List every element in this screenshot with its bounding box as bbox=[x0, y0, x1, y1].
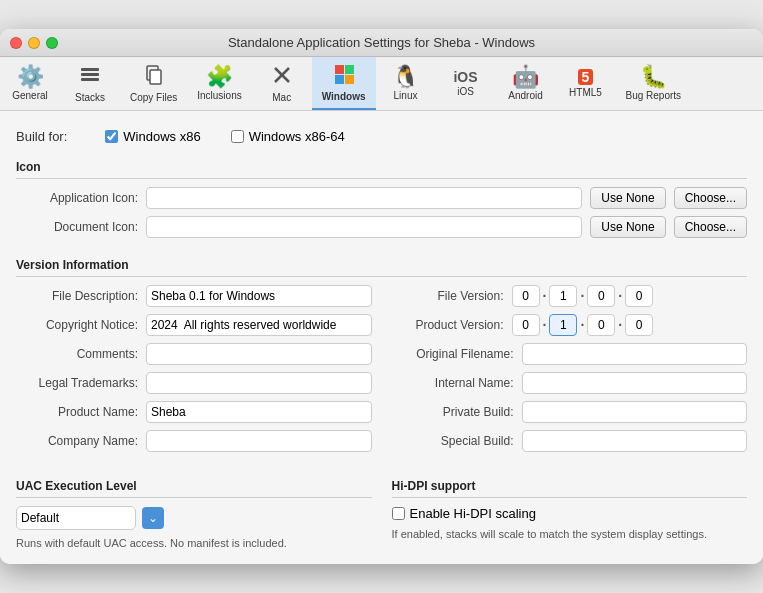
tab-ios[interactable]: iOS iOS bbox=[436, 57, 496, 110]
uac-select[interactable]: Default asInvoker highestAvailable requi… bbox=[16, 506, 136, 530]
tab-android-label: Android bbox=[508, 90, 542, 101]
tab-linux-label: Linux bbox=[394, 90, 418, 101]
build-for-label: Build for: bbox=[16, 129, 67, 144]
inclusions-icon: 🧩 bbox=[206, 66, 233, 88]
uac-helper-text: Runs with default UAC access. No manifes… bbox=[16, 536, 372, 551]
version-section: Version Information File Description: Co… bbox=[16, 252, 747, 459]
file-version-parts: · · · bbox=[512, 285, 654, 307]
file-version-dot-2: · bbox=[580, 288, 584, 304]
uac-section-header: UAC Execution Level bbox=[16, 473, 372, 498]
application-icon-choose[interactable]: Choose... bbox=[674, 187, 747, 209]
file-version-1[interactable] bbox=[549, 285, 577, 307]
file-description-input[interactable] bbox=[146, 285, 372, 307]
product-version-dot-1: · bbox=[543, 317, 547, 333]
application-icon-label: Application Icon: bbox=[16, 191, 146, 205]
minimize-button[interactable] bbox=[28, 37, 40, 49]
file-version-2[interactable] bbox=[587, 285, 615, 307]
product-version-3[interactable] bbox=[625, 314, 653, 336]
copyright-label: Copyright Notice: bbox=[16, 318, 146, 332]
html5-icon: 5 bbox=[578, 69, 594, 85]
hidpi-section: Hi-DPI support Enable Hi-DPI scaling If … bbox=[392, 473, 748, 551]
version-left-col: File Description: Copyright Notice: Comm… bbox=[16, 285, 372, 459]
maximize-button[interactable] bbox=[46, 37, 58, 49]
copy-files-icon bbox=[143, 64, 165, 90]
hidpi-checkbox[interactable] bbox=[392, 507, 405, 520]
comments-row: Comments: bbox=[16, 343, 372, 365]
svg-rect-7 bbox=[335, 65, 344, 74]
comments-input[interactable] bbox=[146, 343, 372, 365]
tab-android[interactable]: 🤖 Android bbox=[496, 57, 556, 110]
window-controls bbox=[10, 37, 58, 49]
company-name-row: Company Name: bbox=[16, 430, 372, 452]
tab-copy-files-label: Copy Files bbox=[130, 92, 177, 103]
company-name-input[interactable] bbox=[146, 430, 372, 452]
linux-icon: 🐧 bbox=[392, 66, 419, 88]
windows-x86-64-checkbox[interactable] bbox=[231, 130, 244, 143]
tab-stacks[interactable]: Stacks bbox=[60, 57, 120, 110]
windows-x86-64-option[interactable]: Windows x86-64 bbox=[231, 129, 345, 144]
android-icon: 🤖 bbox=[512, 66, 539, 88]
uac-select-arrow[interactable]: ⌄ bbox=[142, 507, 164, 529]
document-icon-choose[interactable]: Choose... bbox=[674, 216, 747, 238]
svg-rect-1 bbox=[81, 73, 99, 76]
file-version-dot-1: · bbox=[543, 288, 547, 304]
document-icon-row: Document Icon: Use None Choose... bbox=[16, 216, 747, 238]
product-version-1[interactable] bbox=[549, 314, 577, 336]
bottom-section: UAC Execution Level Default asInvoker hi… bbox=[16, 473, 747, 551]
main-window: Standalone Application Settings for Sheb… bbox=[0, 29, 763, 563]
product-version-2[interactable] bbox=[587, 314, 615, 336]
legal-trademarks-label: Legal Trademarks: bbox=[16, 376, 146, 390]
file-version-0[interactable] bbox=[512, 285, 540, 307]
ios-icon: iOS bbox=[453, 70, 477, 84]
tab-windows[interactable]: Windows bbox=[312, 57, 376, 110]
windows-x86-checkbox[interactable] bbox=[105, 130, 118, 143]
tab-ios-label: iOS bbox=[457, 86, 474, 97]
tab-inclusions[interactable]: 🧩 Inclusions bbox=[187, 57, 251, 110]
product-version-parts: · · · bbox=[512, 314, 654, 336]
document-icon-label: Document Icon: bbox=[16, 220, 146, 234]
application-icon-row: Application Icon: Use None Choose... bbox=[16, 187, 747, 209]
svg-rect-10 bbox=[345, 75, 354, 84]
windows-x86-option[interactable]: Windows x86 bbox=[105, 129, 200, 144]
hidpi-checkbox-row[interactable]: Enable Hi-DPI scaling bbox=[392, 506, 748, 521]
product-name-row: Product Name: bbox=[16, 401, 372, 423]
document-icon-use-none[interactable]: Use None bbox=[590, 216, 665, 238]
version-section-header: Version Information bbox=[16, 252, 747, 277]
bug-icon: 🐛 bbox=[640, 66, 667, 88]
tab-linux[interactable]: 🐧 Linux bbox=[376, 57, 436, 110]
tab-bug-reports-label: Bug Reports bbox=[626, 90, 682, 101]
internal-name-input[interactable] bbox=[522, 372, 748, 394]
application-icon-use-none[interactable]: Use None bbox=[590, 187, 665, 209]
stacks-icon bbox=[79, 64, 101, 90]
original-filename-input[interactable] bbox=[522, 343, 748, 365]
general-icon: ⚙️ bbox=[17, 66, 44, 88]
tab-general-label: General bbox=[12, 90, 48, 101]
special-build-input[interactable] bbox=[522, 430, 748, 452]
tab-mac[interactable]: Mac bbox=[252, 57, 312, 110]
application-icon-input bbox=[146, 187, 582, 209]
legal-trademarks-input[interactable] bbox=[146, 372, 372, 394]
uac-select-wrapper: Default asInvoker highestAvailable requi… bbox=[16, 506, 372, 530]
product-version-row: Product Version: · · · bbox=[392, 314, 748, 336]
tab-stacks-label: Stacks bbox=[75, 92, 105, 103]
close-button[interactable] bbox=[10, 37, 22, 49]
product-version-0[interactable] bbox=[512, 314, 540, 336]
tab-windows-label: Windows bbox=[322, 91, 366, 102]
copyright-input[interactable] bbox=[146, 314, 372, 336]
tab-html5[interactable]: 5 HTML5 bbox=[556, 57, 616, 110]
tab-bug-reports[interactable]: 🐛 Bug Reports bbox=[616, 57, 692, 110]
private-build-input[interactable] bbox=[522, 401, 748, 423]
product-name-label: Product Name: bbox=[16, 405, 146, 419]
icon-section-header: Icon bbox=[16, 154, 747, 179]
tab-copy-files[interactable]: Copy Files bbox=[120, 57, 187, 110]
mac-icon bbox=[271, 64, 293, 90]
file-description-label: File Description: bbox=[16, 289, 146, 303]
comments-label: Comments: bbox=[16, 347, 146, 361]
hidpi-checkbox-label: Enable Hi-DPI scaling bbox=[410, 506, 536, 521]
product-name-input[interactable] bbox=[146, 401, 372, 423]
build-for-row: Build for: Windows x86 Windows x86-64 bbox=[16, 123, 747, 154]
tab-general[interactable]: ⚙️ General bbox=[0, 57, 60, 110]
windows-x86-64-label: Windows x86-64 bbox=[249, 129, 345, 144]
file-version-3[interactable] bbox=[625, 285, 653, 307]
internal-name-row: Internal Name: bbox=[392, 372, 748, 394]
